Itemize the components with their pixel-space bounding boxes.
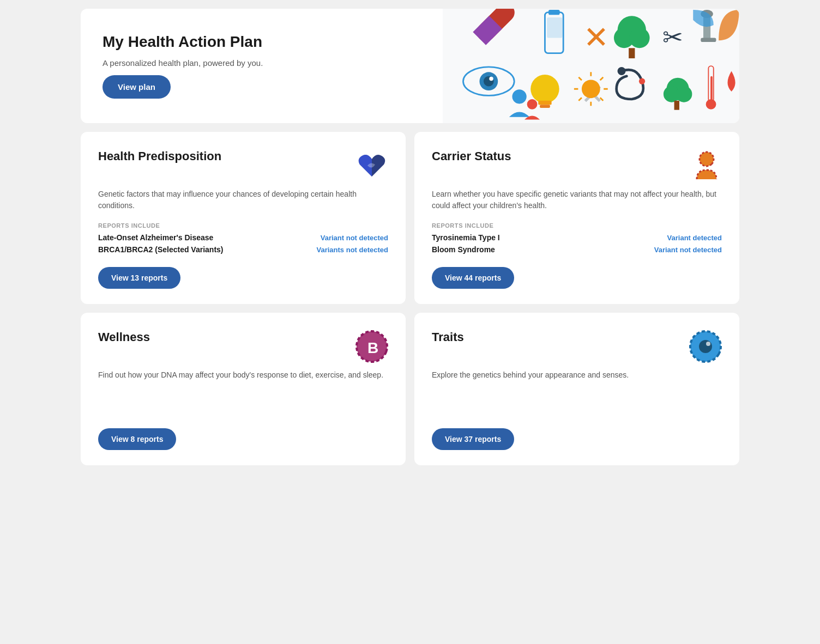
svg-point-40	[512, 89, 527, 104]
report-row: Bloom Syndrome Variant not detected	[432, 245, 722, 254]
card-title: Health Predisposition	[98, 149, 221, 163]
report-row: Late-Onset Alzheimer's Disease Variant n…	[98, 233, 388, 242]
card-description: Learn whether you have specific genetic …	[432, 189, 722, 211]
report-name: Tyrosinemia Type I	[432, 233, 500, 242]
svg-text:B: B	[367, 339, 378, 356]
health-predisposition-card: Health Predisposition Genetic factors th…	[81, 132, 406, 304]
svg-point-41	[527, 99, 538, 110]
report-name: BRCA1/BRCA2 (Selected Variants)	[98, 245, 224, 254]
card-header: Wellness B	[98, 330, 388, 363]
traits-icon	[689, 330, 722, 363]
reports-include-label: REPORTS INCLUDE	[432, 222, 722, 229]
svg-point-22	[618, 67, 626, 75]
report-name: Late-Onset Alzheimer's Disease	[98, 233, 213, 242]
view-reports-button[interactable]: View 44 reports	[432, 267, 514, 289]
report-name: Bloom Syndrome	[432, 245, 495, 254]
hero-subtitle: A personalized health plan, powered by y…	[102, 58, 421, 68]
heart-icon	[355, 149, 388, 182]
hero-title: My Health Action Plan	[102, 33, 421, 51]
card-description: Genetic factors that may influence your …	[98, 189, 388, 211]
svg-rect-19	[539, 101, 552, 105]
svg-point-23	[639, 78, 645, 84]
svg-point-17	[490, 77, 493, 81]
card-header: Health Predisposition	[98, 149, 388, 182]
card-description: Explore the genetics behind your appeara…	[432, 369, 722, 418]
svg-point-50	[706, 342, 710, 346]
carrier-status-card: Carrier Status Learn whether you have sp…	[414, 132, 739, 304]
svg-rect-13	[701, 38, 716, 42]
svg-line-36	[579, 77, 582, 81]
card-title: Carrier Status	[432, 149, 511, 163]
svg-text:✂: ✂	[662, 23, 683, 51]
report-status: Variants not detected	[317, 246, 388, 254]
report-status: Variant detected	[667, 234, 722, 242]
card-header: Carrier Status	[432, 149, 722, 182]
svg-rect-30	[711, 76, 713, 102]
svg-point-26	[676, 86, 692, 102]
card-title: Traits	[432, 330, 464, 344]
traits-card: Traits Explore the genetics behind your …	[414, 313, 739, 465]
card-header: Traits	[432, 330, 722, 363]
svg-point-8	[629, 28, 649, 48]
wellness-icon: B	[355, 330, 388, 363]
hero-banner: My Health Action Plan A personalized hea…	[81, 9, 739, 123]
report-row: Tyrosinemia Type I Variant detected	[432, 233, 722, 242]
view-reports-button[interactable]: View 13 reports	[98, 267, 180, 289]
svg-point-31	[582, 80, 600, 98]
view-reports-button[interactable]: View 8 reports	[98, 428, 176, 450]
reports-include-label: REPORTS INCLUDE	[98, 222, 388, 229]
svg-rect-27	[674, 101, 679, 110]
report-status: Variant not detected	[321, 234, 388, 242]
svg-text:✕: ✕	[583, 20, 609, 54]
wellness-card: Wellness B Find out how your DNA may aff…	[81, 313, 406, 465]
hero-content: My Health Action Plan A personalized hea…	[81, 9, 443, 123]
svg-point-49	[699, 340, 712, 353]
hero-illustration: ✕ ✂	[443, 9, 739, 123]
cards-grid: Health Predisposition Genetic factors th…	[81, 132, 739, 465]
view-reports-button[interactable]: View 37 reports	[432, 428, 514, 450]
svg-rect-20	[540, 105, 550, 108]
svg-rect-4	[547, 17, 563, 38]
card-description: Find out how your DNA may affect your bo…	[98, 369, 388, 418]
svg-rect-9	[629, 48, 635, 58]
svg-point-18	[531, 75, 559, 103]
view-plan-button[interactable]: View plan	[102, 75, 171, 99]
person-icon	[689, 149, 722, 182]
report-row: BRCA1/BRCA2 (Selected Variants) Variants…	[98, 245, 388, 254]
svg-rect-3	[548, 10, 560, 15]
report-status: Variant not detected	[654, 246, 722, 254]
card-title: Wellness	[98, 330, 150, 344]
